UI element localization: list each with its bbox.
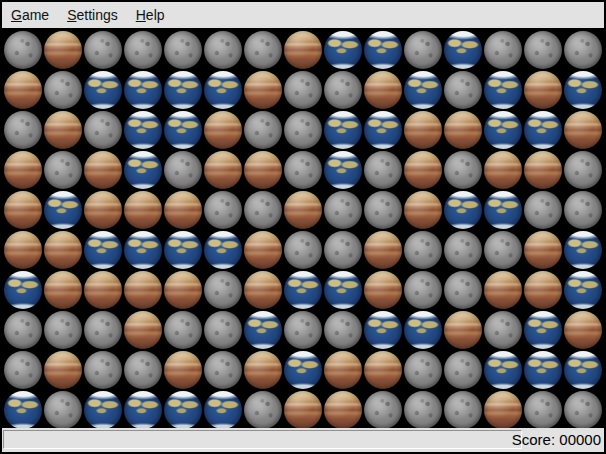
ball-earth[interactable] [484, 191, 522, 229]
ball-jupiter[interactable] [124, 271, 162, 309]
ball-moon[interactable] [524, 391, 562, 429]
ball-earth[interactable] [484, 351, 522, 389]
ball-moon[interactable] [284, 111, 322, 149]
ball-earth[interactable] [164, 71, 202, 109]
ball-moon[interactable] [524, 31, 562, 69]
ball-earth[interactable] [84, 71, 122, 109]
ball-moon[interactable] [44, 391, 82, 429]
ball-moon[interactable] [524, 191, 562, 229]
ball-jupiter[interactable] [244, 151, 282, 189]
ball-earth[interactable] [484, 111, 522, 149]
ball-earth[interactable] [284, 351, 322, 389]
ball-moon[interactable] [564, 391, 602, 429]
game-board[interactable] [2, 28, 604, 428]
ball-earth[interactable] [484, 71, 522, 109]
menu-item-game[interactable]: Game [2, 2, 58, 28]
ball-moon[interactable] [4, 351, 42, 389]
ball-jupiter[interactable] [204, 111, 242, 149]
ball-moon[interactable] [444, 271, 482, 309]
ball-moon[interactable] [324, 71, 362, 109]
ball-earth[interactable] [324, 31, 362, 69]
ball-jupiter[interactable] [164, 191, 202, 229]
ball-moon[interactable] [4, 311, 42, 349]
ball-jupiter[interactable] [484, 271, 522, 309]
ball-jupiter[interactable] [484, 391, 522, 429]
ball-jupiter[interactable] [244, 271, 282, 309]
ball-jupiter[interactable] [4, 151, 42, 189]
ball-jupiter[interactable] [44, 31, 82, 69]
ball-moon[interactable] [84, 311, 122, 349]
ball-moon[interactable] [164, 151, 202, 189]
ball-moon[interactable] [244, 191, 282, 229]
ball-moon[interactable] [44, 311, 82, 349]
ball-moon[interactable] [484, 31, 522, 69]
ball-jupiter[interactable] [244, 71, 282, 109]
ball-moon[interactable] [364, 391, 402, 429]
ball-moon[interactable] [124, 351, 162, 389]
ball-moon[interactable] [364, 191, 402, 229]
ball-earth[interactable] [324, 151, 362, 189]
ball-earth[interactable] [4, 271, 42, 309]
ball-jupiter[interactable] [364, 231, 402, 269]
ball-earth[interactable] [564, 231, 602, 269]
ball-earth[interactable] [564, 351, 602, 389]
ball-moon[interactable] [324, 191, 362, 229]
ball-jupiter[interactable] [284, 191, 322, 229]
ball-earth[interactable] [564, 271, 602, 309]
ball-jupiter[interactable] [84, 271, 122, 309]
ball-earth[interactable] [324, 271, 362, 309]
ball-jupiter[interactable] [4, 231, 42, 269]
ball-moon[interactable] [404, 231, 442, 269]
ball-moon[interactable] [4, 111, 42, 149]
ball-moon[interactable] [404, 31, 442, 69]
menu-item-settings[interactable]: Settings [58, 2, 127, 28]
ball-jupiter[interactable] [284, 31, 322, 69]
ball-earth[interactable] [84, 231, 122, 269]
ball-earth[interactable] [124, 391, 162, 429]
ball-earth[interactable] [84, 391, 122, 429]
ball-earth[interactable] [364, 31, 402, 69]
ball-jupiter[interactable] [44, 271, 82, 309]
ball-jupiter[interactable] [284, 391, 322, 429]
ball-moon[interactable] [284, 71, 322, 109]
ball-jupiter[interactable] [164, 271, 202, 309]
ball-jupiter[interactable] [4, 71, 42, 109]
ball-moon[interactable] [444, 231, 482, 269]
ball-jupiter[interactable] [364, 71, 402, 109]
ball-jupiter[interactable] [404, 111, 442, 149]
ball-earth[interactable] [444, 191, 482, 229]
ball-moon[interactable] [4, 31, 42, 69]
ball-earth[interactable] [4, 391, 42, 429]
ball-jupiter[interactable] [364, 351, 402, 389]
ball-earth[interactable] [164, 231, 202, 269]
ball-earth[interactable] [524, 351, 562, 389]
ball-jupiter[interactable] [124, 311, 162, 349]
ball-jupiter[interactable] [404, 191, 442, 229]
ball-earth[interactable] [124, 151, 162, 189]
ball-moon[interactable] [444, 351, 482, 389]
ball-earth[interactable] [124, 71, 162, 109]
ball-moon[interactable] [204, 351, 242, 389]
ball-earth[interactable] [284, 271, 322, 309]
ball-moon[interactable] [444, 71, 482, 109]
ball-earth[interactable] [524, 311, 562, 349]
ball-earth[interactable] [444, 31, 482, 69]
ball-earth[interactable] [44, 191, 82, 229]
ball-earth[interactable] [124, 111, 162, 149]
ball-moon[interactable] [364, 151, 402, 189]
ball-moon[interactable] [284, 231, 322, 269]
ball-moon[interactable] [244, 391, 282, 429]
ball-moon[interactable] [84, 111, 122, 149]
ball-jupiter[interactable] [44, 351, 82, 389]
ball-moon[interactable] [284, 311, 322, 349]
ball-jupiter[interactable] [4, 191, 42, 229]
ball-earth[interactable] [524, 111, 562, 149]
ball-moon[interactable] [164, 311, 202, 349]
ball-jupiter[interactable] [364, 271, 402, 309]
ball-earth[interactable] [204, 391, 242, 429]
ball-moon[interactable] [84, 31, 122, 69]
ball-jupiter[interactable] [324, 391, 362, 429]
ball-moon[interactable] [164, 31, 202, 69]
ball-earth[interactable] [204, 71, 242, 109]
ball-moon[interactable] [564, 191, 602, 229]
